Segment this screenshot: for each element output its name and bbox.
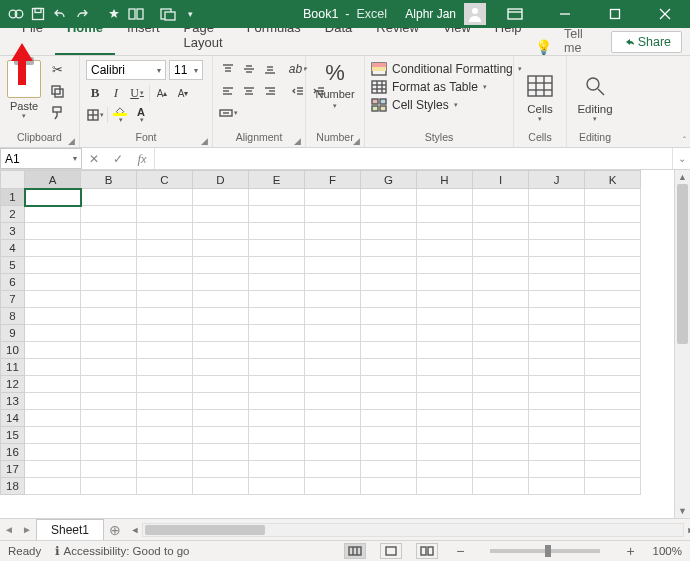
cell[interactable] (25, 444, 81, 461)
cell[interactable] (25, 461, 81, 478)
cancel-formula-icon[interactable]: ✕ (82, 152, 106, 166)
cell[interactable] (473, 393, 529, 410)
align-right-icon[interactable] (261, 82, 279, 100)
cell[interactable] (137, 444, 193, 461)
cell[interactable] (305, 240, 361, 257)
minimize-icon[interactable] (544, 0, 586, 28)
number-label[interactable]: Number (315, 88, 354, 100)
align-middle-icon[interactable] (240, 60, 258, 78)
lightbulb-icon[interactable]: 💡 (534, 39, 554, 55)
cell-styles-button[interactable]: Cell Styles▾ (371, 98, 458, 112)
paste-button[interactable]: Paste ▾ (6, 60, 42, 120)
launcher-icon[interactable]: ◢ (201, 136, 208, 146)
cell[interactable] (137, 325, 193, 342)
cell[interactable] (417, 274, 473, 291)
cell[interactable] (361, 206, 417, 223)
cell[interactable] (305, 393, 361, 410)
cell[interactable] (249, 240, 305, 257)
cell[interactable] (249, 274, 305, 291)
cell[interactable] (473, 444, 529, 461)
cell[interactable] (417, 291, 473, 308)
column-header[interactable]: A (25, 171, 81, 189)
cell[interactable] (25, 325, 81, 342)
cell[interactable] (25, 223, 81, 240)
row-header[interactable]: 11 (1, 359, 25, 376)
launcher-icon[interactable]: ◢ (294, 136, 301, 146)
cell[interactable] (81, 257, 137, 274)
cell[interactable] (249, 223, 305, 240)
new-sheet-icon[interactable]: ⊕ (104, 522, 126, 538)
sheet-tab[interactable]: Sheet1 (36, 519, 104, 540)
cell[interactable] (81, 342, 137, 359)
cell[interactable] (361, 240, 417, 257)
row-header[interactable]: 2 (1, 206, 25, 223)
cell[interactable] (81, 444, 137, 461)
align-center-icon[interactable] (240, 82, 258, 100)
cell[interactable] (585, 257, 641, 274)
cell[interactable] (417, 223, 473, 240)
editing-icon[interactable] (584, 69, 606, 103)
cell[interactable] (81, 393, 137, 410)
name-box[interactable]: A1▾ (0, 148, 82, 169)
cell[interactable] (193, 257, 249, 274)
cell[interactable] (585, 376, 641, 393)
cell[interactable] (305, 274, 361, 291)
cell[interactable] (193, 240, 249, 257)
cell[interactable] (361, 308, 417, 325)
column-header[interactable]: H (417, 171, 473, 189)
cell[interactable] (473, 342, 529, 359)
cell[interactable] (193, 461, 249, 478)
cell[interactable] (193, 223, 249, 240)
font-name-combo[interactable]: Calibri▾ (86, 60, 166, 80)
cell[interactable] (473, 376, 529, 393)
borders-icon[interactable] (86, 106, 104, 124)
cell[interactable] (25, 206, 81, 223)
row-header[interactable]: 6 (1, 274, 25, 291)
cell[interactable] (81, 376, 137, 393)
cell[interactable] (81, 478, 137, 495)
column-header[interactable]: J (529, 171, 585, 189)
column-header[interactable]: B (81, 171, 137, 189)
cell[interactable] (249, 376, 305, 393)
cut-icon[interactable]: ✂ (48, 60, 66, 78)
row-header[interactable]: 13 (1, 393, 25, 410)
formula-input[interactable] (155, 148, 672, 169)
zoom-out-icon[interactable]: − (452, 543, 468, 559)
cell[interactable] (473, 461, 529, 478)
cell[interactable] (585, 478, 641, 495)
cell[interactable] (417, 461, 473, 478)
cell[interactable] (193, 410, 249, 427)
cell[interactable] (585, 325, 641, 342)
row-header[interactable]: 18 (1, 478, 25, 495)
font-color-icon[interactable]: A (132, 106, 150, 124)
cell[interactable] (249, 189, 305, 206)
cell[interactable] (529, 410, 585, 427)
align-bottom-icon[interactable] (261, 60, 279, 78)
cell[interactable] (193, 291, 249, 308)
zoom-level[interactable]: 100% (653, 545, 682, 557)
cell[interactable] (25, 308, 81, 325)
cell[interactable] (361, 359, 417, 376)
column-header[interactable]: E (249, 171, 305, 189)
cell[interactable] (473, 478, 529, 495)
cell[interactable] (305, 478, 361, 495)
row-header[interactable]: 12 (1, 376, 25, 393)
cell[interactable] (361, 461, 417, 478)
cell[interactable] (193, 427, 249, 444)
cell[interactable] (249, 393, 305, 410)
align-top-icon[interactable] (219, 60, 237, 78)
column-header[interactable]: G (361, 171, 417, 189)
cell[interactable] (529, 206, 585, 223)
cell[interactable] (305, 342, 361, 359)
cell[interactable] (417, 478, 473, 495)
cell[interactable] (585, 291, 641, 308)
cell[interactable] (473, 410, 529, 427)
increase-font-icon[interactable]: A▴ (153, 84, 171, 102)
cell[interactable] (361, 478, 417, 495)
cell[interactable] (305, 189, 361, 206)
cell[interactable] (137, 274, 193, 291)
cell[interactable] (81, 410, 137, 427)
cell[interactable] (361, 427, 417, 444)
cell[interactable] (305, 308, 361, 325)
cell[interactable] (249, 257, 305, 274)
